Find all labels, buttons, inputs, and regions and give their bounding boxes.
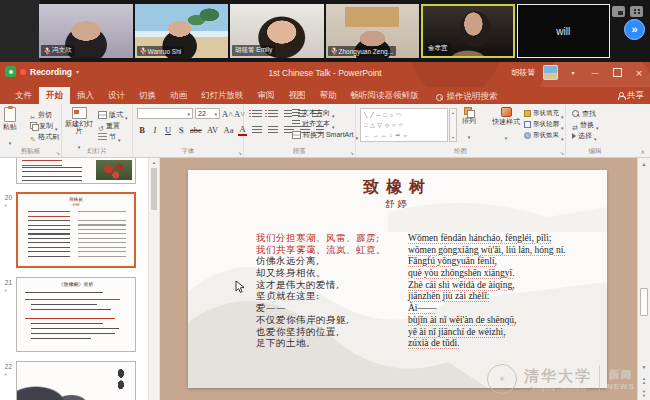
- participant-name: Wanruo Shi: [148, 48, 182, 55]
- numbering-icon[interactable]: [268, 110, 278, 118]
- shape-outline-button[interactable]: 形状轮廓: [524, 119, 564, 130]
- flower-image: [96, 160, 132, 180]
- minimize-button[interactable]: [588, 66, 602, 80]
- watermark-university-en: Tsinghua University: [524, 386, 592, 392]
- participant-tile[interactable]: 冯文欣: [39, 4, 133, 58]
- dialog-launcher-icon[interactable]: [55, 150, 60, 156]
- format-painter-button[interactable]: 格式刷: [30, 131, 59, 142]
- slide-thumbnail-19-partial[interactable]: [16, 158, 136, 184]
- screen: 冯文欣 Wanruo Shi 胡筱箐 Emily Zhongyuan Zeng.…: [0, 0, 650, 400]
- poem: 我们分担寒潮、风雷、霹雳; Wǒmen fēndān háncháo, fēng…: [256, 232, 605, 349]
- shapes-gallery[interactable]: ╲╱─□○◠ □△▽◇○☆ ←→↔↕⇒⇔: [360, 108, 448, 142]
- ribbon-tab[interactable]: 幻灯片放映: [194, 87, 251, 104]
- bold-button[interactable]: B: [137, 125, 147, 135]
- share-button[interactable]: 共享: [617, 90, 644, 102]
- slide-thumbnail-20-selected[interactable]: 致橡树 舒婷: [16, 192, 136, 268]
- gallery-view-icon[interactable]: [630, 6, 643, 17]
- align-center-icon[interactable]: [268, 126, 278, 134]
- dialog-launcher-icon[interactable]: [559, 150, 564, 156]
- grow-font-button[interactable]: A˄: [222, 109, 232, 119]
- find-button[interactable]: 查找: [572, 108, 598, 119]
- tell-me-search[interactable]: 操作说明搜索: [436, 87, 498, 104]
- current-slide[interactable]: 致橡树 舒婷 我们分担寒潮、风雷、霹雳; Wǒmen fēndān hánchá…: [188, 170, 607, 388]
- dialog-launcher-icon[interactable]: [237, 150, 242, 156]
- thumbnail-scrollbar[interactable]: [148, 158, 160, 400]
- restore-button[interactable]: [610, 66, 624, 80]
- reset-button[interactable]: 重置: [98, 120, 128, 131]
- align-left-icon[interactable]: [252, 126, 262, 134]
- view-layout-icon[interactable]: [612, 6, 625, 17]
- scroll-up-button[interactable]: [638, 161, 650, 167]
- powerpoint-window: Recording 1st Chinese Talk - PowerPoint …: [0, 62, 650, 400]
- ribbon-tab[interactable]: 动画: [163, 87, 194, 104]
- scroll-up-icon[interactable]: [149, 160, 159, 165]
- poem-line: 这才是伟大的爱情, Zhè cái shì wěidà de àiqíng,: [256, 279, 605, 291]
- section-button[interactable]: 节: [98, 131, 128, 142]
- collapse-ribbon-icon[interactable]: [641, 148, 645, 155]
- search-label: 操作说明搜索: [447, 91, 498, 103]
- slide-thumbnail-22[interactable]: [16, 361, 136, 400]
- quick-styles-button[interactable]: 快速样式: [490, 107, 522, 144]
- font-size-combo[interactable]: 22: [195, 108, 220, 119]
- paragraph-mini-buttons: 文本方向 对齐文本 转换为 SmartArt: [292, 107, 358, 140]
- shape-fill-button[interactable]: 形状填充: [524, 108, 564, 119]
- italic-button[interactable]: I: [150, 125, 160, 135]
- show-more-participants-button[interactable]: [624, 19, 645, 40]
- underline-button[interactable]: U: [163, 125, 173, 135]
- group-label: 段落: [244, 147, 355, 156]
- ribbon-tab[interactable]: 畅听阅读器领鲜版: [344, 87, 426, 104]
- change-case-button[interactable]: Aa: [222, 125, 235, 135]
- avatar[interactable]: [543, 65, 558, 80]
- participant-tile[interactable]: Zhongyuan Zeng...: [326, 4, 420, 58]
- font-name-combo[interactable]: [137, 108, 193, 119]
- ribbon-tab[interactable]: 帮助: [313, 87, 344, 104]
- ribbon-tab[interactable]: 视图: [282, 87, 313, 104]
- main-scrollbar[interactable]: [637, 158, 650, 400]
- poem-line-pinyin: Fǎngfú yǒngyuǎn fēnlí,: [408, 256, 497, 266]
- select-button[interactable]: 选择: [572, 130, 598, 141]
- copy-button[interactable]: 复制: [30, 120, 59, 131]
- ribbon-tab[interactable]: 切换: [132, 87, 163, 104]
- text-shadow-button[interactable]: S: [176, 125, 186, 135]
- strikethrough-button[interactable]: abc: [189, 125, 203, 135]
- convert-smartart-button[interactable]: 转换为 SmartArt: [292, 129, 358, 140]
- ribbon-tab[interactable]: 文件: [8, 87, 39, 104]
- decrease-indent-icon[interactable]: [284, 110, 292, 118]
- align-text-button[interactable]: 对齐文本: [292, 118, 358, 129]
- shrink-font-button[interactable]: A˅: [234, 109, 244, 119]
- scrollbar-thumb[interactable]: [640, 288, 648, 316]
- participant-tile-active-speaker[interactable]: 金孝宜: [421, 4, 515, 58]
- ribbon-display-options-button[interactable]: [566, 66, 580, 80]
- shapes-gallery-scrollbar[interactable]: [449, 108, 457, 142]
- character-spacing-button[interactable]: AV: [206, 125, 219, 135]
- participant-badge: Wanruo Shi: [137, 46, 185, 56]
- bullets-icon[interactable]: [252, 110, 262, 118]
- participant-tile-no-video[interactable]: will: [517, 4, 611, 58]
- participant-tile[interactable]: Wanruo Shi: [135, 4, 229, 58]
- close-button[interactable]: [632, 66, 646, 80]
- next-slide-button[interactable]: [638, 390, 650, 397]
- ribbon-tab[interactable]: 插入: [70, 87, 101, 104]
- participant-badge: Zhongyuan Zeng...: [328, 46, 397, 56]
- mic-muted-icon: [140, 47, 146, 55]
- scrollbar-thumb[interactable]: [151, 168, 157, 210]
- previous-slide-button[interactable]: [638, 377, 650, 384]
- ribbon-tab[interactable]: 设计: [101, 87, 132, 104]
- paragraph-group: 文本方向 对齐文本 转换为 SmartArt 段落: [244, 104, 356, 157]
- slide-thumbnail-21[interactable]: 《致橡树》赏析: [16, 277, 136, 352]
- shape-effects-button[interactable]: 形状效果: [524, 130, 564, 141]
- ribbon-tab[interactable]: 开始: [39, 87, 70, 104]
- ribbon-tab-row: 文件开始插入设计切换动画幻灯片放映审阅视图帮助畅听阅读器领鲜版 操作说明搜索: [0, 87, 650, 104]
- watermark-divider: [599, 365, 600, 393]
- watermark-news-cn: 新闻: [607, 368, 635, 382]
- text-direction-button[interactable]: 文本方向: [292, 107, 358, 118]
- participant-tile[interactable]: 胡筱箐 Emily: [230, 4, 324, 58]
- poem-line: 不仅爱你伟岸的身躯, bùjǐn ài nǐ wěi'àn de shēnqū,: [256, 314, 605, 326]
- dialog-launcher-icon[interactable]: [349, 150, 354, 156]
- ribbon-tab[interactable]: 审阅: [251, 87, 282, 104]
- poem-line-pinyin: Zhè cái shì wěidà de àiqíng,: [408, 280, 515, 290]
- account-name[interactable]: 胡筱箐: [511, 67, 535, 78]
- scroll-down-button[interactable]: [638, 364, 650, 370]
- arrange-button[interactable]: 排列: [462, 107, 476, 143]
- paste-button[interactable]: 粘贴: [3, 107, 17, 149]
